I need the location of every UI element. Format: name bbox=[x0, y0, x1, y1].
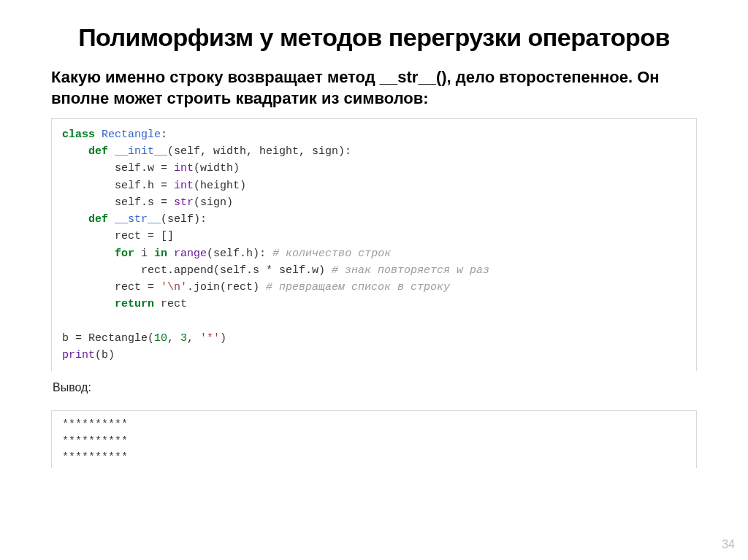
function-name: __init__ bbox=[115, 145, 167, 158]
builtin: int bbox=[174, 180, 194, 192]
number: 3 bbox=[180, 332, 187, 345]
comment: # превращаем список в строку bbox=[266, 281, 450, 294]
function-name: __str__ bbox=[115, 213, 161, 226]
keyword: def bbox=[88, 213, 108, 226]
keyword: for bbox=[115, 248, 134, 260]
builtin: range bbox=[174, 248, 207, 260]
builtin: print bbox=[62, 349, 95, 361]
string: '\n' bbox=[161, 281, 187, 294]
slide-title: Полиморфизм у методов перегрузки операто… bbox=[51, 22, 697, 53]
output-label: Вывод: bbox=[53, 381, 697, 394]
keyword: class bbox=[62, 129, 95, 141]
number: 10 bbox=[154, 332, 167, 345]
builtin: int bbox=[174, 162, 194, 174]
keyword: def bbox=[88, 145, 108, 158]
code-block: class Rectangle: def __init__(self, widt… bbox=[51, 118, 697, 372]
comment: # знак повторяется w раз bbox=[332, 264, 489, 277]
slide-subtitle: Какую именно строку возвращает метод __s… bbox=[51, 66, 697, 110]
builtin: str bbox=[174, 196, 194, 209]
string: '*' bbox=[200, 332, 220, 345]
keyword: in bbox=[154, 248, 167, 260]
page-number: 34 bbox=[722, 538, 735, 551]
class-name: Rectangle bbox=[102, 129, 161, 141]
comment: # количество строк bbox=[272, 248, 391, 260]
keyword: return bbox=[115, 298, 154, 310]
output-block: ********** ********** ********** bbox=[51, 410, 697, 468]
